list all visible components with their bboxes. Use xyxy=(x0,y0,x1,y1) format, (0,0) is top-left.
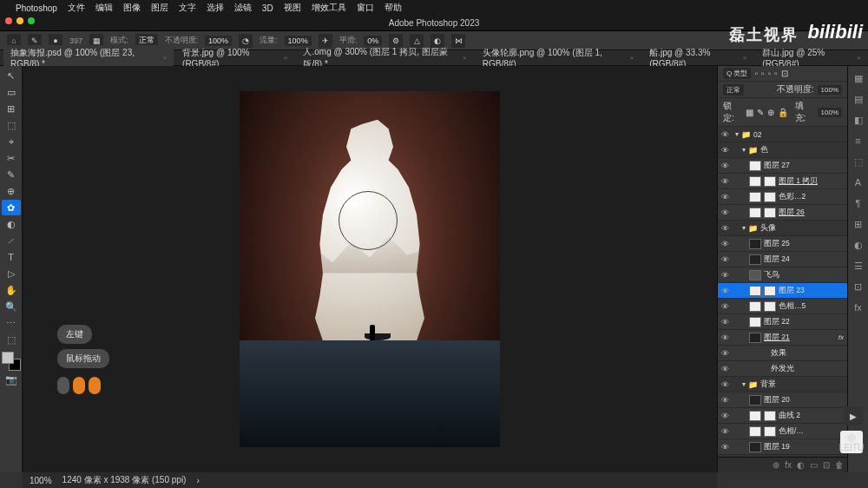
layer-name[interactable]: 飞鸟 xyxy=(764,270,779,280)
doc-dimensions[interactable]: 1240 像素 x 1938 像素 (150 ppi) xyxy=(62,474,187,486)
layer-row[interactable]: 👁曲线 2 xyxy=(718,408,847,424)
layer-name[interactable]: 图层 24 xyxy=(764,254,790,265)
filter-icon[interactable]: ▫ xyxy=(774,69,778,78)
layer-row[interactable]: 👁▾📁色 xyxy=(718,142,847,158)
menu-filter[interactable]: 滤镜 xyxy=(234,2,252,14)
visibility-icon[interactable]: 👁 xyxy=(721,333,730,342)
mask-thumbnail[interactable] xyxy=(764,208,776,218)
visibility-icon[interactable]: 👁 xyxy=(721,146,730,155)
layer-row[interactable]: 👁色相…5 xyxy=(718,299,847,314)
layer-name[interactable]: 色 xyxy=(760,145,768,155)
adjustments-panel-icon[interactable]: ⬚ xyxy=(852,155,865,168)
hand-tool[interactable]: ✋ xyxy=(2,282,21,298)
layer-name[interactable]: 图层 26 xyxy=(779,208,805,218)
mask-thumbnail[interactable] xyxy=(764,286,776,296)
menu-help[interactable]: 帮助 xyxy=(385,2,402,14)
brush-size[interactable]: 397 xyxy=(69,36,82,45)
visibility-icon[interactable]: 👁 xyxy=(721,193,730,201)
layer-name[interactable]: 图层 22 xyxy=(764,317,790,327)
layer-list[interactable]: 👁▾📁02👁▾📁色👁图层 27👁图层 1 拷贝👁色彩…2👁图层 26👁▾📁头像👁… xyxy=(718,127,847,457)
patterns-panel-icon[interactable]: ≡ xyxy=(852,134,865,148)
layer-opacity[interactable]: 100% xyxy=(818,85,842,95)
menu-plugins[interactable]: 增效工具 xyxy=(312,2,346,14)
opacity-input[interactable]: 100% xyxy=(205,36,232,46)
layer-row[interactable]: 👁图层 24 xyxy=(718,252,847,267)
layer-row[interactable]: 👁图层 1 拷贝 xyxy=(718,174,847,189)
layer-name[interactable]: 图层 20 xyxy=(764,395,790,406)
layer-row[interactable]: 👁▾📁头像 xyxy=(718,221,847,236)
layer-thumbnail[interactable] xyxy=(749,317,761,327)
mask-thumbnail[interactable] xyxy=(764,176,776,187)
lock-icon[interactable]: ⊕ xyxy=(767,108,774,117)
layer-name[interactable]: 图层 1 拷贝 xyxy=(779,176,818,187)
visibility-icon[interactable]: 👁 xyxy=(721,130,730,139)
foreground-color[interactable] xyxy=(2,352,14,364)
layer-fill[interactable]: 100% xyxy=(818,108,842,117)
layer-row[interactable]: 👁飞鸟 xyxy=(718,267,847,283)
menu-window[interactable]: 窗口 xyxy=(357,2,374,14)
layer-thumbnail[interactable] xyxy=(749,270,761,280)
layer-thumbnail[interactable] xyxy=(749,208,761,218)
crop-tool[interactable]: ⌖ xyxy=(2,134,21,149)
visibility-icon[interactable]: 👁 xyxy=(721,380,730,389)
layer-name[interactable]: 图层 23 xyxy=(779,286,805,296)
character-panel-icon[interactable]: A xyxy=(852,175,865,189)
object-select-tool[interactable]: ⬚ xyxy=(2,117,21,133)
visibility-icon[interactable]: 👁 xyxy=(721,208,730,217)
visibility-icon[interactable]: 👁 xyxy=(721,287,730,295)
layer-row[interactable]: 👁图层 20 xyxy=(718,392,847,408)
close-icon[interactable]: × xyxy=(162,54,167,62)
zoom-tool[interactable]: 🔍 xyxy=(2,299,21,314)
layer-name[interactable]: 色相…5 xyxy=(779,301,806,312)
chevron-down-icon[interactable]: ▾ xyxy=(735,130,739,138)
layer-name[interactable]: 02 xyxy=(753,130,761,139)
layer-row[interactable]: 👁图层 26 xyxy=(718,205,847,221)
chevron-right-icon[interactable]: › xyxy=(196,476,199,485)
history-panel-icon[interactable]: ◐ xyxy=(852,238,865,252)
menu-layer[interactable]: 图层 xyxy=(151,2,168,14)
visibility-icon[interactable]: 👁 xyxy=(721,349,730,358)
layer-thumbnail[interactable] xyxy=(749,411,761,421)
menu-file[interactable]: 文件 xyxy=(68,2,85,14)
move-tool[interactable]: ↖ xyxy=(2,68,21,83)
canvas-area[interactable]: 左键 鼠标拖动 xyxy=(23,66,717,472)
layer-row[interactable]: 👁▾📁02 xyxy=(718,127,847,142)
edit-toolbar[interactable]: ⬚ xyxy=(2,332,21,347)
layer-row[interactable]: 👁色相/… xyxy=(718,424,847,439)
visibility-icon[interactable]: 👁 xyxy=(721,162,730,170)
menu-3d[interactable]: 3D xyxy=(262,3,273,13)
layer-name[interactable]: 图层 19 xyxy=(764,442,790,452)
visibility-icon[interactable]: 👁 xyxy=(721,365,730,373)
layer-fx-icon[interactable]: fx xyxy=(785,460,792,470)
filter-icon[interactable]: ▫ xyxy=(754,69,758,78)
layer-name[interactable]: 色彩…2 xyxy=(779,192,806,202)
type-tool[interactable]: T xyxy=(2,249,21,265)
mask-thumbnail[interactable] xyxy=(764,426,776,437)
layer-thumbnail[interactable] xyxy=(749,286,761,296)
brush-tool[interactable]: ✿ xyxy=(2,200,21,215)
layer-row[interactable]: 👁图层 25 xyxy=(718,236,847,252)
layer-name[interactable]: 外发光 xyxy=(771,364,794,374)
menu-image[interactable]: 图像 xyxy=(123,2,141,14)
layer-row[interactable]: 👁图层 21fx xyxy=(718,330,847,346)
layer-name[interactable]: 图层 27 xyxy=(764,161,790,171)
chevron-down-icon[interactable]: ▾ xyxy=(742,146,746,154)
swatches-panel-icon[interactable]: ▤ xyxy=(852,92,865,106)
visibility-icon[interactable]: 👁 xyxy=(721,302,730,311)
layer-thumbnail[interactable] xyxy=(749,301,761,312)
chevron-down-icon[interactable]: ▾ xyxy=(742,224,746,232)
layer-row[interactable]: 👁图层 22 xyxy=(718,314,847,330)
color-panel-icon[interactable]: ▦ xyxy=(852,71,865,85)
menu-edit[interactable]: 编辑 xyxy=(95,2,113,14)
frame-tool[interactable]: ✂ xyxy=(2,150,21,166)
layer-row[interactable]: 👁色彩…2 xyxy=(718,189,847,205)
chevron-down-icon[interactable]: ▾ xyxy=(742,380,746,388)
filter-icon[interactable]: ▫ xyxy=(761,69,765,78)
layer-row[interactable]: 👁效果 xyxy=(718,346,847,361)
layer-thumbnail[interactable] xyxy=(749,426,761,437)
visibility-icon[interactable]: 👁 xyxy=(721,412,730,420)
lock-icon[interactable]: 🔒 xyxy=(778,108,788,117)
layer-row[interactable]: 👁▾📁背景 xyxy=(718,377,847,392)
visibility-icon[interactable]: 👁 xyxy=(721,224,730,233)
eyedropper-tool[interactable]: ✎ xyxy=(2,167,21,182)
